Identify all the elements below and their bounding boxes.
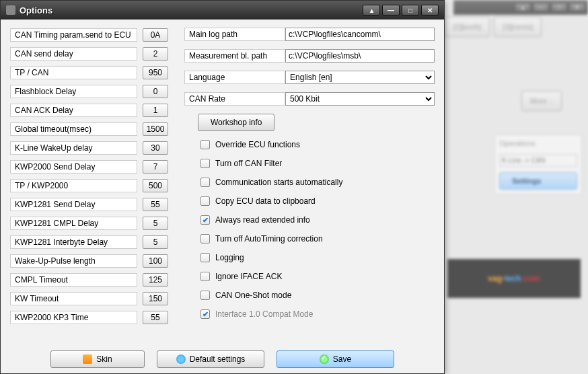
param-label: TP / KWP2000 bbox=[10, 179, 137, 192]
param-row: KW Timeout150 bbox=[10, 291, 168, 306]
workshop-info-button[interactable]: Workshop info bbox=[198, 114, 274, 131]
checkbox[interactable] bbox=[200, 309, 210, 319]
param-value-button[interactable]: 500 bbox=[143, 179, 168, 192]
param-value-button[interactable]: 55 bbox=[143, 311, 168, 324]
checkbox-label: Turn off CAN Filter bbox=[215, 159, 282, 168]
param-row: KWP1281 Interbyte Delay5 bbox=[10, 235, 168, 250]
checkbox[interactable] bbox=[200, 272, 210, 281]
param-value-button[interactable]: 30 bbox=[143, 141, 168, 155]
rollup-button[interactable]: ▴ bbox=[363, 5, 380, 15]
checkbox-label: Communication starts automatically bbox=[215, 178, 342, 187]
param-label: KWP2000 KP3 Time bbox=[10, 311, 137, 324]
param-row: Global timeout(msec)1500 bbox=[10, 122, 168, 137]
checkbox-label: Ignore IFACE ACK bbox=[215, 272, 282, 281]
skin-label: Skin bbox=[96, 354, 112, 364]
param-label: KWP1281 CMPL Delay bbox=[10, 217, 137, 230]
checkbox[interactable] bbox=[200, 178, 210, 187]
meas-path-input[interactable] bbox=[285, 49, 435, 63]
minimize-button[interactable]: — bbox=[382, 5, 400, 15]
checkbox-label: Turn off AutoTiming correction bbox=[215, 234, 323, 244]
checkbox-row: Ignore IFACE ACK bbox=[198, 270, 435, 283]
checkbox-row: Turn off CAN Filter bbox=[198, 157, 435, 170]
language-select[interactable]: English [en] bbox=[285, 71, 435, 84]
param-value-button[interactable]: 0 bbox=[143, 85, 168, 98]
param-label: Wake-Up-Pulse length bbox=[10, 254, 137, 268]
param-value-button[interactable]: 7 bbox=[143, 160, 168, 174]
param-row: KWP1281 CMPL Delay5 bbox=[10, 216, 168, 231]
param-label: KW Timeout bbox=[10, 292, 137, 305]
param-value-button[interactable]: 125 bbox=[143, 273, 168, 287]
save-button[interactable]: Save bbox=[277, 350, 394, 368]
maximize-button[interactable]: □ bbox=[402, 5, 419, 15]
param-label: KWP1281 Send Delay bbox=[10, 198, 137, 211]
checkbox-row: Communication starts automatically bbox=[198, 176, 435, 189]
checkbox-label: CAN One-Shot mode bbox=[215, 291, 291, 300]
check-icon bbox=[320, 354, 329, 364]
settings-column: Main log path Measurement bl. path Langu… bbox=[184, 28, 435, 340]
default-label: Default settings bbox=[190, 354, 246, 364]
bg-button-1: [2][km/h] bbox=[444, 17, 490, 37]
main-log-path-input[interactable] bbox=[285, 28, 435, 41]
checkbox-label: Always read extended info bbox=[215, 215, 310, 225]
parent-restore-icon: — bbox=[533, 3, 549, 12]
param-row: KWP2000 Send Delay7 bbox=[10, 159, 168, 174]
param-value-button[interactable]: 0A bbox=[143, 28, 168, 42]
skin-button[interactable]: Skin bbox=[50, 350, 145, 368]
parent-close-icon: ✕ bbox=[569, 3, 585, 12]
bg-button-2: [3][mm/s] bbox=[494, 17, 542, 37]
checkbox-row: Interface 1.0 Compat Mode bbox=[198, 307, 435, 321]
param-value-button[interactable]: 55 bbox=[143, 198, 168, 211]
language-label: Language bbox=[184, 71, 285, 84]
checkbox-row: Turn off AutoTiming correction bbox=[198, 232, 435, 246]
param-value-button[interactable]: 100 bbox=[143, 254, 168, 268]
refresh-icon bbox=[176, 354, 186, 364]
checkbox-row: Logging bbox=[198, 251, 435, 264]
checkbox-row: Always read extended info bbox=[198, 213, 435, 227]
checkbox[interactable] bbox=[200, 196, 210, 206]
param-label: CMPL Timeout bbox=[10, 273, 137, 287]
param-row: CAN send delay2 bbox=[10, 46, 168, 61]
parent-minimize-icon: ▴ bbox=[515, 3, 531, 12]
param-label: CAN ACK Delay bbox=[10, 104, 137, 117]
param-value-button[interactable]: 5 bbox=[143, 235, 168, 249]
parent-titlebar: ▴ — □ ✕ bbox=[453, 0, 588, 15]
param-value-button[interactable]: 2 bbox=[143, 47, 168, 61]
param-row: CAN Timing param.send to ECU0A bbox=[10, 28, 168, 42]
checkbox[interactable] bbox=[200, 253, 210, 262]
param-row: KWP2000 KP3 Time55 bbox=[10, 310, 168, 325]
param-row: Flashblock Delay0 bbox=[10, 84, 168, 99]
checkbox-row: Copy ECU data to clipboard bbox=[198, 194, 435, 208]
param-row: TP / KWP2000500 bbox=[10, 178, 168, 193]
bg-logo: vag-tech.com bbox=[447, 259, 581, 298]
can-rate-row: CAN Rate 500 Kbit bbox=[184, 92, 435, 106]
param-row: CAN ACK Delay1 bbox=[10, 103, 168, 118]
can-rate-select[interactable]: 500 Kbit bbox=[285, 92, 435, 106]
checkbox[interactable] bbox=[200, 140, 210, 149]
param-row: CMPL Timeout125 bbox=[10, 272, 168, 287]
checkboxes-column: Override ECU functionsTurn off CAN Filte… bbox=[198, 138, 435, 321]
checkbox[interactable] bbox=[200, 159, 210, 168]
param-value-button[interactable]: 150 bbox=[143, 292, 168, 305]
checkbox[interactable] bbox=[200, 291, 210, 300]
checkbox-row: Override ECU functions bbox=[198, 138, 435, 151]
titlebar[interactable]: Options ▴ — □ ✕ bbox=[1, 1, 444, 20]
param-value-button[interactable]: 1500 bbox=[143, 122, 168, 136]
bg-settings-button: Settings bbox=[499, 172, 577, 190]
param-row: K-Line WakeUp delay30 bbox=[10, 141, 168, 155]
dialog-title: Options bbox=[20, 5, 363, 15]
param-value-button[interactable]: 950 bbox=[143, 66, 168, 79]
checkbox-row: CAN One-Shot mode bbox=[198, 289, 435, 302]
param-row: KWP1281 Send Delay55 bbox=[10, 197, 168, 212]
checkbox-label: Interface 1.0 Compat Mode bbox=[215, 309, 313, 319]
param-label: KWP2000 Send Delay bbox=[10, 160, 137, 174]
param-label: Flashblock Delay bbox=[10, 85, 137, 98]
dialog-footer: Skin Default settings Save bbox=[1, 350, 444, 368]
checkbox[interactable] bbox=[200, 234, 210, 244]
meas-path-row: Measurement bl. path bbox=[184, 49, 435, 63]
param-value-button[interactable]: 5 bbox=[143, 217, 168, 230]
close-button[interactable]: ✕ bbox=[421, 5, 439, 15]
default-settings-button[interactable]: Default settings bbox=[157, 350, 264, 368]
param-value-button[interactable]: 1 bbox=[143, 104, 168, 117]
checkbox[interactable] bbox=[200, 215, 210, 225]
main-log-path-label: Main log path bbox=[184, 28, 285, 41]
